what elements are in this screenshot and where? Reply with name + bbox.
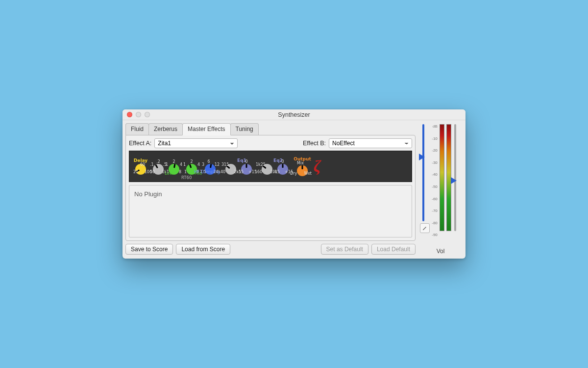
save-to-score-button[interactable]: Save to Score	[125, 244, 173, 255]
zita-reverb-panel: Delay 60 20 100 .2 .1 .5 50 1k	[129, 151, 412, 182]
level-meter-left	[440, 124, 444, 231]
rt60-label: RT60	[181, 175, 192, 180]
close-icon[interactable]	[127, 112, 132, 117]
volume-slider[interactable]	[454, 124, 456, 231]
set-as-default-button[interactable]: Set as Default	[321, 244, 368, 255]
tab-bar: Fluid Zerberus Master Effects Tuning	[125, 123, 416, 135]
window-title: Synthesizer	[122, 111, 466, 118]
hf-damping-label: HF Damping	[194, 170, 220, 174]
meter-scale: dB -10 -20 -30 -40 -50 -60 -70 -80 -90	[432, 124, 438, 246]
bottom-toolbar: Save to Score Load from Score Set as Def…	[125, 244, 416, 255]
synthesizer-window: Synthesizer Fluid Zerberus Master Effect…	[122, 109, 466, 259]
titlebar[interactable]: Synthesizer	[122, 109, 466, 120]
volume-rail: dB -10 -20 -30 -40 -50 -60 -70 -80 -90 V…	[418, 123, 463, 255]
effect-b-select[interactable]: NoEffect	[329, 138, 412, 148]
tab-master-effects[interactable]: Master Effects	[182, 123, 230, 135]
load-default-button[interactable]: Load Default	[371, 244, 416, 255]
rt60-low-label: Low	[165, 171, 173, 176]
effect-b-label: Effect B:	[303, 140, 326, 147]
effect-b-panel: No Plugin	[129, 185, 412, 237]
edit-icon[interactable]	[420, 223, 430, 233]
zeta-logo: ζ	[311, 157, 324, 176]
minimize-icon[interactable]	[136, 112, 141, 117]
tab-fluid[interactable]: Fluid	[125, 123, 149, 135]
tab-zerberus[interactable]: Zerberus	[148, 123, 183, 135]
load-from-score-button[interactable]: Load from Score	[176, 244, 230, 255]
zoom-icon[interactable]	[145, 112, 150, 117]
master-effects-panel: Effect A: Zita1 Effect B: NoEffect Delay	[125, 135, 416, 241]
effect-a-label: Effect A:	[129, 140, 151, 147]
tab-tuning[interactable]: Tuning	[230, 123, 259, 135]
volume-slider-thumb[interactable]	[451, 177, 457, 184]
gain-slider-thumb[interactable]	[419, 154, 425, 160]
effect-a-select[interactable]: Zita1	[154, 138, 238, 148]
gain-slider[interactable]	[422, 124, 424, 221]
no-plugin-label: No Plugin	[134, 190, 162, 198]
mix-label: Mix	[297, 161, 304, 165]
vol-label: Vol	[437, 248, 445, 255]
window-controls	[122, 112, 150, 117]
